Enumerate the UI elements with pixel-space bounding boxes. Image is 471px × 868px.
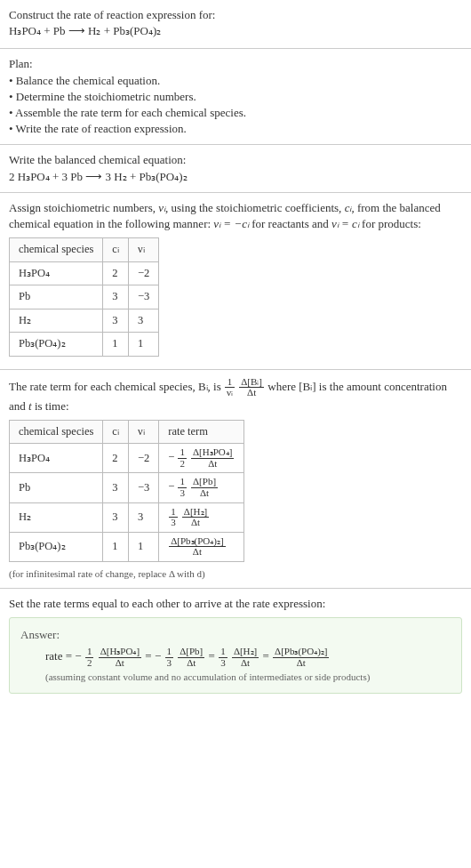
intro-section: Construct the rate of reaction expressio… (0, 0, 471, 49)
cell-c: 3 (103, 285, 129, 309)
cell-rate: 13 Δ[H₂]Δt (159, 502, 244, 532)
cell-species: H₃PO₄ (10, 261, 103, 285)
relation: νᵢ = cᵢ (331, 217, 359, 230)
delta-frac: Δ[H₂]Δt (182, 507, 209, 528)
cell-nu: 3 (128, 502, 158, 532)
equals: = (209, 650, 219, 663)
frac-delta-b: Δ[Bᵢ] Δt (239, 377, 264, 398)
coef-frac: 13 (169, 507, 178, 528)
delta-frac: Δ[H₂]Δt (232, 647, 259, 668)
rateterm-intro: The rate term for each chemical species,… (9, 377, 462, 414)
coef-frac: 12 (85, 647, 94, 668)
col-nu: νᵢ (128, 420, 158, 444)
nu-symbol: νᵢ (158, 201, 165, 214)
table-row: H₂ 3 3 13 Δ[H₂]Δt (10, 502, 244, 532)
stoich-intro: Assign stoichiometric numbers, νᵢ, using… (9, 200, 462, 232)
coef-frac: 13 (165, 647, 174, 668)
rateterm-text: is time: (32, 399, 69, 413)
stoich-section: Assign stoichiometric numbers, νᵢ, using… (0, 193, 471, 370)
delta-frac: Δ[H₃PO₄]Δt (99, 647, 141, 668)
cell-species: H₂ (10, 309, 103, 333)
cell-c: 3 (103, 473, 129, 502)
coef-frac: 13 (178, 477, 187, 498)
equals: = (145, 650, 155, 663)
cell-rate: − 12 Δ[H₃PO₄]Δt (159, 444, 244, 473)
intro-line: Construct the rate of reaction expressio… (9, 7, 462, 23)
rateterm-text: The rate term for each chemical species,… (9, 380, 224, 393)
plan-title: Plan: (9, 56, 462, 72)
cell-nu: −2 (128, 261, 158, 285)
stoich-text: Assign stoichiometric numbers, (9, 201, 158, 214)
table-row: H₃PO₄ 2 −2 (10, 261, 159, 285)
coef-frac: 13 (219, 647, 228, 668)
cell-nu: −3 (128, 285, 158, 309)
table-header-row: chemical species cᵢ νᵢ (10, 238, 159, 262)
rateterm-note: (for infinitesimal rate of change, repla… (9, 567, 462, 581)
cell-c: 3 (103, 502, 129, 532)
cell-nu: −3 (128, 473, 158, 502)
cell-species: Pb₃(PO₄)₂ (10, 532, 103, 561)
col-nu: νᵢ (128, 238, 158, 262)
plan-item: • Balance the chemical equation. (9, 73, 462, 89)
stoich-text: for reactants and (249, 217, 331, 230)
plan-item: • Determine the stoichiometric numbers. (9, 89, 462, 105)
answer-assumption: (assuming constant volume and no accumul… (20, 671, 451, 684)
sign: − (75, 650, 81, 663)
sign: − (155, 650, 161, 663)
answer-expression: rate = − 12 Δ[H₃PO₄]Δt = − 13 Δ[Pb]Δt = … (20, 647, 451, 668)
plan-section: Plan: • Balance the chemical equation. •… (0, 49, 471, 145)
cell-species: H₂ (10, 502, 103, 532)
rateterm-section: The rate term for each chemical species,… (0, 370, 471, 590)
table-row: H₃PO₄ 2 −2 − 12 Δ[H₃PO₄]Δt (10, 444, 244, 473)
delta-frac: Δ[H₃PO₄]Δt (191, 447, 234, 469)
answer-box: Answer: rate = − 12 Δ[H₃PO₄]Δt = − 13 Δ[… (9, 617, 462, 694)
cell-nu: −2 (128, 444, 158, 473)
answer-label: Answer: (20, 627, 451, 643)
cell-species: Pb (10, 285, 103, 309)
cell-c: 2 (103, 444, 129, 473)
balanced-intro: Write the balanced chemical equation: (9, 152, 462, 168)
delta-frac: Δ[Pb]Δt (178, 647, 204, 668)
rate-prefix: rate = (45, 650, 75, 663)
table-row: Pb₃(PO₄)₂ 1 1 (10, 333, 159, 357)
plan-item: • Assemble the rate term for each chemic… (9, 105, 462, 121)
intro-equation: H₃PO₄ + Pb ⟶ H₂ + Pb₃(PO₄)₂ (9, 23, 462, 39)
delta-frac: Δ[Pb₃(PO₄)₂]Δt (273, 647, 329, 668)
col-c: cᵢ (103, 420, 129, 444)
cell-nu: 3 (128, 309, 158, 333)
cell-nu: 1 (128, 532, 158, 561)
table-header-row: chemical species cᵢ νᵢ rate term (10, 420, 244, 444)
frac-den: Δt (239, 388, 264, 398)
delta-frac: Δ[Pb₃(PO₄)₂]Δt (169, 536, 225, 558)
stoich-text: for products: (359, 217, 421, 230)
rateterm-table: chemical species cᵢ νᵢ rate term H₃PO₄ 2… (9, 420, 244, 562)
coef-frac: 12 (178, 447, 187, 469)
cell-species: Pb (10, 473, 103, 502)
cell-c: 2 (103, 261, 129, 285)
equals: = (262, 650, 272, 663)
table-row: Pb₃(PO₄)₂ 1 1 Δ[Pb₃(PO₄)₂]Δt (10, 532, 244, 561)
relation: νᵢ = −cᵢ (213, 217, 249, 230)
plan-item: • Write the rate of reaction expression. (9, 121, 462, 137)
table-row: Pb 3 −3 − 13 Δ[Pb]Δt (10, 473, 244, 502)
frac-den: νᵢ (225, 388, 235, 398)
balanced-section: Write the balanced chemical equation: 2 … (0, 145, 471, 192)
delta-frac: Δ[Pb]Δt (191, 477, 218, 498)
col-c: cᵢ (103, 238, 129, 262)
cell-rate: Δ[Pb₃(PO₄)₂]Δt (159, 532, 244, 561)
final-intro: Set the rate terms equal to each other t… (9, 596, 462, 612)
col-species: chemical species (10, 238, 103, 262)
table-row: H₂ 3 3 (10, 309, 159, 333)
cell-c: 1 (103, 532, 129, 561)
frac-one-over-nu: 1 νᵢ (225, 377, 235, 398)
stoich-table: chemical species cᵢ νᵢ H₃PO₄ 2 −2 Pb 3 −… (9, 237, 159, 357)
cell-species: H₃PO₄ (10, 444, 103, 473)
final-section: Set the rate terms equal to each other t… (0, 589, 471, 701)
sign: − (168, 451, 174, 463)
cell-nu: 1 (128, 333, 158, 357)
balanced-equation: 2 H₃PO₄ + 3 Pb ⟶ 3 H₂ + Pb₃(PO₄)₂ (9, 169, 462, 185)
col-species: chemical species (10, 420, 103, 444)
cell-c: 3 (103, 309, 129, 333)
stoich-text: , using the stoichiometric coefficients, (165, 201, 345, 214)
cell-rate: − 13 Δ[Pb]Δt (159, 473, 244, 502)
